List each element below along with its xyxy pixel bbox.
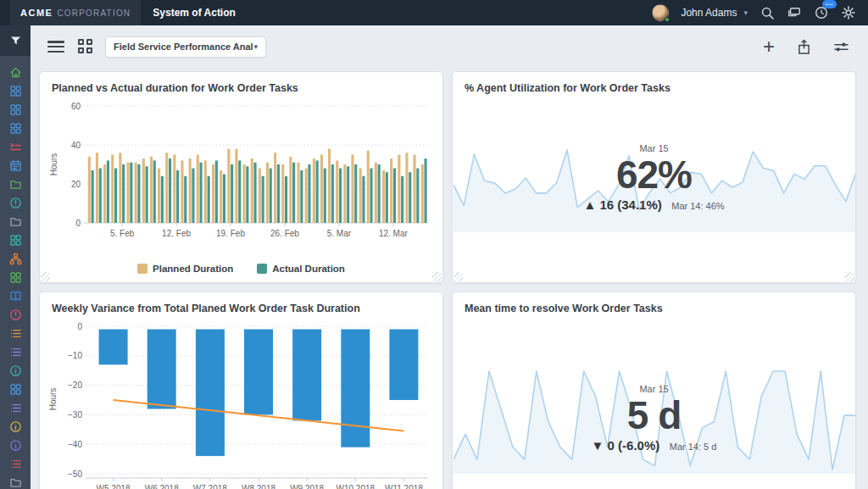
dashboard-toolbar: Field Service Performance Analytics ▾ + [31, 25, 868, 68]
svg-text:W10 2018: W10 2018 [336, 484, 375, 489]
dashboard-grid-icon[interactable] [78, 39, 93, 54]
svg-text:−40: −40 [68, 440, 82, 449]
sidebar-item-calendar[interactable] [0, 156, 31, 175]
menu-icon[interactable] [47, 41, 64, 53]
svg-text:26. Feb: 26. Feb [270, 229, 299, 238]
planned-vs-actual-chart[interactable]: 0204060Hours5. Feb12. Feb19. Feb26. Feb5… [47, 97, 437, 250]
legend-swatch [137, 264, 147, 274]
panel-title: Planned vs Actual duration for Work Orde… [40, 72, 442, 94]
svg-text:−50: −50 [68, 470, 82, 479]
svg-text:−30: −30 [68, 410, 82, 420]
svg-text:0: 0 [77, 322, 82, 331]
legend-item[interactable]: Planned Duration [137, 264, 233, 274]
gear-icon[interactable] [841, 5, 856, 20]
utilization-sparkline[interactable] [453, 143, 856, 233]
brand-suffix: CORPORATION [57, 8, 131, 18]
help-icon[interactable]: ••• [814, 5, 829, 20]
main-content: Field Service Performance Analytics ▾ + … [31, 25, 868, 489]
chat-icon[interactable] [787, 5, 802, 20]
sidebar-item-apps-3[interactable] [0, 119, 31, 137]
resize-grip[interactable] [845, 272, 854, 281]
svg-text:5. Mar: 5. Mar [327, 229, 352, 238]
svg-text:40: 40 [71, 141, 81, 150]
legend-swatch [257, 264, 267, 274]
svg-text:12. Feb: 12. Feb [162, 229, 191, 238]
mean-time-sparkline[interactable] [453, 367, 856, 475]
sidebar-item-info-teal[interactable] [0, 361, 31, 380]
sidebar-item-filter[interactable] [0, 25, 31, 56]
brand-logo[interactable]: ACME CORPORATION [10, 0, 141, 25]
panel-agent-utilization: % Agent Utilization for Work Order Tasks… [452, 71, 856, 283]
sidebar-item-apps-teal[interactable] [0, 231, 31, 249]
brand-name: ACME [20, 8, 53, 18]
app-title: System of Action [153, 7, 236, 19]
sidebar [0, 25, 31, 489]
sidebar-item-knowledge[interactable] [0, 286, 31, 305]
notification-badge: ••• [822, 0, 837, 8]
avatar[interactable] [652, 4, 669, 21]
sidebar-item-info-yellow[interactable] [0, 417, 31, 436]
sidebar-item-apps-green[interactable] [0, 268, 31, 286]
sidebar-item-alerts-red[interactable] [0, 305, 31, 324]
svg-text:60: 60 [71, 102, 81, 111]
svg-text:W8 2018: W8 2018 [242, 484, 275, 489]
sidebar-item-list-purple-2[interactable] [0, 398, 31, 417]
svg-text:W6 2018: W6 2018 [145, 484, 179, 489]
chevron-down-icon: ▾ [253, 42, 258, 51]
filter-settings-icon[interactable] [833, 40, 849, 54]
svg-text:W9 2018: W9 2018 [290, 484, 324, 489]
panel-mean-time-resolve: Mean time to resolve Work Order Tasks Ma… [452, 292, 856, 489]
legend-item[interactable]: Actual Duration [257, 264, 345, 274]
svg-text:5. Feb: 5. Feb [110, 229, 135, 238]
sidebar-item-list-orange[interactable] [0, 324, 31, 342]
svg-text:−20: −20 [68, 381, 82, 390]
svg-text:Hours: Hours [49, 153, 58, 176]
sidebar-item-apps-blue-2[interactable] [0, 380, 31, 398]
svg-text:12. Mar: 12. Mar [379, 229, 409, 238]
sidebar-item-workflow[interactable] [0, 137, 31, 156]
user-name[interactable]: John Adams [681, 7, 737, 19]
resize-grip[interactable] [41, 272, 50, 281]
panel-title: Mean time to resolve Work Order Tasks [453, 292, 855, 314]
sidebar-item-files-2[interactable] [0, 473, 31, 489]
legend-label: Planned Duration [153, 264, 233, 274]
share-icon[interactable] [797, 39, 811, 55]
app-header: ACME CORPORATION System of Action John A… [0, 0, 868, 25]
weekly-variance-chart[interactable]: 0−10−20−30−40−50HoursW5 2018W6 2018W7 20… [47, 314, 437, 489]
svg-text:W11 2018: W11 2018 [385, 484, 423, 489]
sidebar-item-home[interactable] [0, 63, 31, 81]
sidebar-item-list-red[interactable] [0, 454, 31, 473]
sidebar-item-files[interactable] [0, 212, 31, 231]
sidebar-item-apps-1[interactable] [0, 81, 31, 100]
sidebar-item-list-purple-1[interactable] [0, 342, 31, 361]
panel-planned-vs-actual: Planned vs Actual duration for Work Orde… [39, 71, 443, 283]
legend-label: Actual Duration [272, 264, 345, 274]
panel-weekly-variance: Weekly Variance from Total Planed Work O… [39, 292, 443, 489]
panel-title: Weekly Variance from Total Planed Work O… [40, 292, 442, 314]
user-menu-caret-icon[interactable]: ▾ [743, 8, 748, 17]
resize-grip[interactable] [453, 272, 463, 281]
dashboard-selector[interactable]: Field Service Performance Analytics ▾ [105, 36, 266, 58]
dashboard-selector-label: Field Service Performance Analytics [114, 42, 253, 52]
online-status-dot [665, 17, 670, 22]
svg-text:W5 2018: W5 2018 [97, 484, 131, 489]
search-icon[interactable] [760, 5, 775, 20]
svg-text:W7 2018: W7 2018 [193, 484, 227, 489]
chart-legend: Planned DurationActual Duration [40, 264, 442, 274]
panel-title: % Agent Utilization for Work Order Tasks [453, 72, 855, 94]
sidebar-item-network[interactable] [0, 249, 31, 268]
sidebar-item-alerts-teal[interactable] [0, 193, 31, 212]
resize-grip[interactable] [432, 272, 442, 281]
svg-text:19. Feb: 19. Feb [216, 229, 245, 238]
sidebar-item-info-purple[interactable] [0, 436, 31, 454]
sidebar-item-apps-2[interactable] [0, 100, 31, 119]
svg-text:−10: −10 [68, 351, 82, 360]
svg-text:20: 20 [71, 180, 81, 189]
sidebar-item-projects[interactable] [0, 175, 31, 193]
add-widget-button[interactable]: + [763, 38, 775, 55]
svg-text:Hours: Hours [48, 388, 58, 411]
svg-text:0: 0 [75, 219, 81, 228]
